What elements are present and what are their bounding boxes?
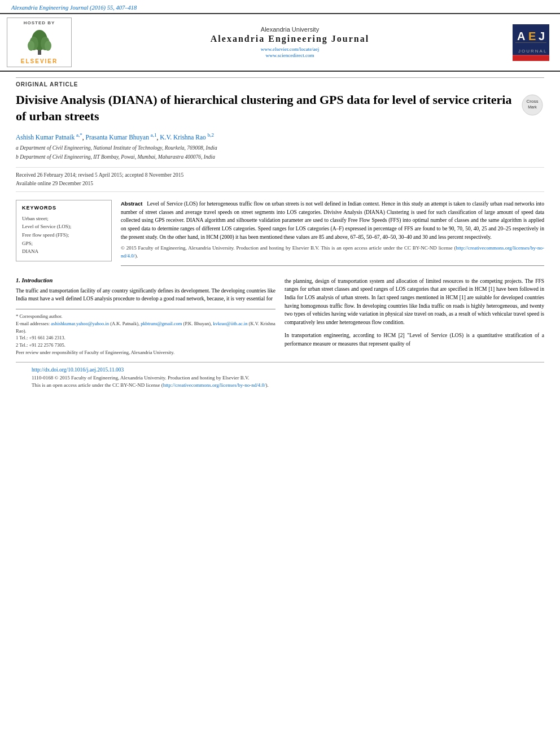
- body-left-column: 1. Introduction The traffic and transpor…: [16, 277, 275, 356]
- bottom-copyright-1: 1110-0168 © 2015 Faculty of Engineering,…: [32, 374, 528, 382]
- affiliation-b: b Department of Civil Engineering, IIT B…: [16, 153, 544, 161]
- svg-rect-12: [513, 55, 549, 61]
- bottom-bar: http://dx.doi.org/10.1016/j.aej.2015.11.…: [16, 362, 544, 394]
- keywords-box: KEYWORDS Urban street; Level of Service …: [16, 200, 112, 261]
- footnote-corresponding: * Corresponding author.: [16, 313, 275, 320]
- email-3-link[interactable]: kvkrao@iitb.ac.in: [213, 321, 247, 326]
- author-3-sup: b,2: [208, 132, 214, 138]
- page: Alexandria Engineering Journal (2016) 55…: [0, 0, 560, 747]
- keywords-title: KEYWORDS: [22, 205, 106, 211]
- affiliations: a Department of Civil Engineering, Natio…: [16, 144, 544, 161]
- abstract-divider: [121, 265, 544, 266]
- keyword-4: GPS;: [22, 240, 106, 247]
- abstract-section: Abstract Level of Service (LOS) for hete…: [121, 200, 544, 260]
- footnotes-section: * Corresponding author. E-mail addresses…: [16, 309, 275, 356]
- elsevier-logo: [11, 28, 68, 57]
- svg-text:Cross: Cross: [527, 99, 539, 104]
- intro-left-para: The traffic and transportation facility …: [16, 287, 275, 303]
- title-row: Divisive Analysis (DIANA) of hierarchica…: [16, 92, 544, 132]
- email-1-link[interactable]: ashishkumar.yahoo@yahoo.in: [51, 321, 109, 326]
- svg-point-5: [45, 41, 51, 51]
- intro-right-para-1: the planning, design of transportation s…: [285, 277, 544, 327]
- keyword-3: Free flow speed (FFS);: [22, 231, 106, 239]
- article-title: Divisive Analysis (DIANA) of hierarchica…: [16, 92, 516, 124]
- elsevier-tree-icon: [23, 28, 56, 57]
- abstract-text: Abstract Level of Service (LOS) for hete…: [121, 200, 544, 242]
- cc-license-link[interactable]: http://creativecommons.org/licenses/by-n…: [121, 245, 544, 258]
- footnote-1: 1 Tel.: +91 661 246 2313.: [16, 334, 275, 342]
- journal-logo-box: A E J JOURNAL: [508, 24, 553, 61]
- author-2-sup: a,1: [151, 132, 157, 138]
- footnote-2: 2 Tel.: +91 22 2576 7305.: [16, 342, 275, 349]
- keywords-column: KEYWORDS Urban street; Level of Service …: [16, 200, 112, 272]
- author-3: K.V. Krishna Rao: [160, 134, 206, 141]
- affiliation-a: a Department of Civil Engineering, Natio…: [16, 144, 544, 152]
- article-content: ORIGINAL ARTICLE Divisive Analysis (DIAN…: [0, 72, 560, 400]
- svg-point-4: [28, 41, 34, 51]
- author-1: Ashish Kumar Patnaik: [16, 134, 75, 141]
- doi-link[interactable]: http://dx.doi.org/10.1016/j.aej.2015.11.…: [32, 367, 528, 373]
- journal-full-name: Alexandria Engineering Journal: [77, 34, 502, 44]
- intro-right-para-2: In transportation engineering, according…: [285, 331, 544, 348]
- email-label: E-mail addresses:: [16, 321, 50, 326]
- header-center: Alexandria University Alexandria Enginee…: [72, 26, 508, 59]
- email-1-name: (A.K. Patnaik),: [110, 321, 139, 326]
- received-date: Received 26 February 2014; revised 5 Apr…: [16, 171, 544, 180]
- author-2: Prasanta Kumar Bhuyan: [86, 134, 149, 141]
- intro-heading: 1. Introduction: [16, 277, 275, 283]
- keywords-abstract-section: KEYWORDS Urban street; Level of Service …: [16, 200, 544, 272]
- bottom-cc-link[interactable]: http://creativecommons.org/licenses/by-n…: [163, 382, 266, 388]
- aej-logo-icon: A E J JOURNAL: [513, 24, 549, 61]
- elsevier-wordmark: ELSEVIER: [11, 58, 68, 64]
- abstract-label: Abstract: [121, 200, 143, 207]
- svg-text:Mark: Mark: [528, 105, 537, 109]
- svg-text:E: E: [528, 30, 536, 42]
- svg-text:JOURNAL: JOURNAL: [518, 49, 547, 54]
- author-1-sup: a,*: [76, 132, 82, 138]
- authors-line: Ashish Kumar Patnaik a,*, Prasanta Kumar…: [16, 132, 544, 141]
- university-name: Alexandria University: [77, 26, 502, 33]
- available-date: Available online 29 December 2015: [16, 180, 544, 188]
- abstract-column: Abstract Level of Service (LOS) for hete…: [121, 200, 544, 272]
- svg-text:J: J: [539, 30, 545, 42]
- journal-ref-bar: Alexandria Engineering Journal (2016) 55…: [0, 0, 560, 13]
- keyword-5: DIANA: [22, 248, 106, 255]
- peer-review-note: Peer review under responsibility of Facu…: [16, 349, 275, 356]
- aej-logo: A E J JOURNAL: [513, 24, 549, 61]
- journal-reference: Alexandria Engineering Journal (2016) 55…: [11, 5, 137, 11]
- keyword-2: Level of Service (LOS);: [22, 223, 106, 230]
- article-type-label: ORIGINAL ARTICLE: [16, 77, 544, 88]
- abstract-copyright: © 2015 Faculty of Engineering, Alexandri…: [121, 244, 544, 259]
- dates-section: Received 26 February 2014; revised 5 Apr…: [16, 167, 544, 192]
- footnote-email: E-mail addresses: ashishkumar.yahoo@yaho…: [16, 320, 275, 335]
- bottom-copyright-2: This is an open access article under the…: [32, 382, 528, 390]
- svg-text:A: A: [517, 30, 525, 42]
- body-right-column: the planning, design of transportation s…: [285, 277, 544, 356]
- body-section: 1. Introduction The traffic and transpor…: [16, 277, 544, 356]
- hosted-by-box: HOSTED BY ELSEVIER: [7, 18, 72, 67]
- header-banner: HOSTED BY ELSEVIER Alexandria University…: [0, 13, 560, 72]
- keyword-1: Urban street;: [22, 215, 106, 222]
- svg-rect-10: [515, 42, 546, 43]
- journal-urls: www.elsevier.com/locate/aej www.scienced…: [77, 46, 502, 58]
- abstract-body: Level of Service (LOS) for heterogeneous…: [121, 201, 544, 240]
- journal-url-2[interactable]: www.sciencedirect.com: [77, 53, 502, 58]
- journal-url-1[interactable]: www.elsevier.com/locate/aej: [77, 46, 502, 52]
- email-2-name: (P.K. Bhuyan),: [183, 321, 212, 326]
- crossmark-badge: Cross Mark: [522, 94, 544, 117]
- crossmark-icon: Cross Mark: [522, 94, 543, 116]
- email-2-link[interactable]: pkbtrans@gmail.com: [141, 321, 182, 326]
- hosted-by-label: HOSTED BY: [11, 20, 68, 25]
